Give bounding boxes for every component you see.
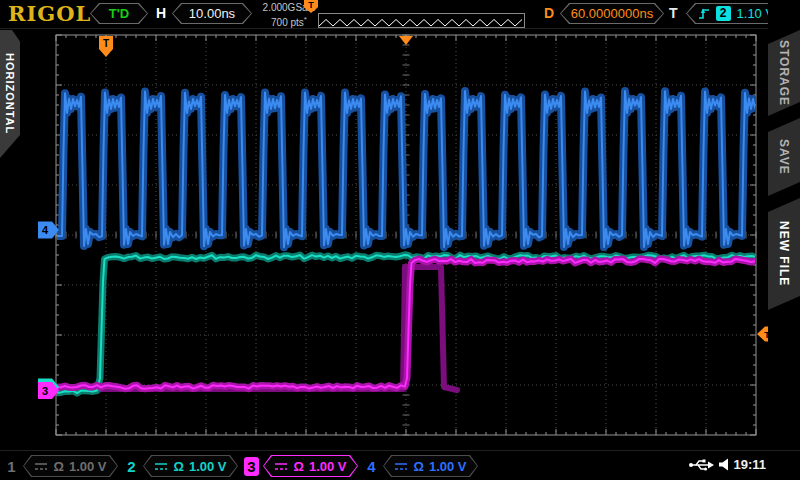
channel-1-badge[interactable]: Ω 1.00 V: [23, 455, 118, 477]
channel-2-badge[interactable]: Ω 1.00 V: [143, 455, 238, 477]
rigol-logo: RIGOL: [8, 1, 91, 26]
svg-text:T: T: [103, 38, 109, 49]
menu-tab-new-file[interactable]: NEW FILE: [768, 198, 800, 310]
channel-1-scale: 1.00 V: [69, 459, 107, 474]
channel-4-scale: 1.00 V: [429, 459, 467, 474]
clock: 19:11: [733, 457, 766, 472]
channel-4-impedance: Ω: [413, 459, 423, 474]
channel-1-impedance: Ω: [53, 459, 63, 474]
trigger-status-badge[interactable]: T'D: [90, 3, 148, 24]
delay-label: D: [544, 5, 554, 21]
memory-depth-flag: *: [304, 15, 307, 24]
timebase-value: 10.00ns: [189, 6, 235, 21]
channel-4-number[interactable]: 4: [364, 458, 379, 475]
channel-3-group: 3 Ω 1.00 V: [244, 454, 358, 478]
memory-position-bar[interactable]: [318, 13, 525, 28]
speaker-icon: [718, 458, 729, 471]
delay-badge[interactable]: 60.0000000ns: [560, 3, 664, 24]
oscilloscope-screen: { "top_bar": { "logo": "RIGOL", "trigger…: [0, 0, 800, 480]
channel-4-group: 4 Ω 1.00 V: [364, 454, 478, 478]
memory-depth: 700 pts: [271, 17, 304, 28]
menu-tab-save[interactable]: SAVE: [768, 118, 800, 196]
channel-3-impedance: Ω: [293, 459, 303, 474]
channel-3-badge[interactable]: Ω 1.00 V: [263, 455, 358, 477]
horizontal-label: H: [156, 5, 166, 21]
dc-coupling-icon: [274, 462, 288, 471]
top-status-bar: RIGOL T'D H 10.00ns 2.000GSa/s 700 pts* …: [0, 0, 800, 29]
channel-1-number[interactable]: 1: [4, 458, 19, 475]
channel-3-scale: 1.00 V: [309, 459, 347, 474]
trigger-label: T: [669, 5, 678, 21]
channel-2-scale: 1.00 V: [189, 459, 227, 474]
memory-waveform-icon: [319, 17, 522, 28]
svg-text:4: 4: [42, 224, 49, 236]
channel-2-number[interactable]: 2: [124, 458, 139, 475]
channel-3-number[interactable]: 3: [244, 457, 259, 476]
delay-value: 60.0000000ns: [571, 6, 653, 21]
channel-4-badge[interactable]: Ω 1.00 V: [383, 455, 478, 477]
dc-coupling-icon: [394, 462, 408, 471]
channel-2-group: 2 Ω 1.00 V: [124, 454, 238, 478]
right-menu: STORAGE SAVE NEW FILE: [768, 0, 800, 480]
channel-status-bar: 1 Ω 1.00 V 2 Ω 1.00 V 3 Ω 1.00 V: [0, 450, 800, 480]
svg-text:3: 3: [42, 385, 48, 397]
channel-2-impedance: Ω: [173, 459, 183, 474]
trigger-source-channel: 2: [716, 6, 731, 21]
channel-1-group: 1 Ω 1.00 V: [4, 454, 118, 478]
status-icons: 19:11: [688, 457, 766, 472]
menu-tab-storage[interactable]: STORAGE: [768, 30, 800, 116]
timebase-badge[interactable]: 10.00ns: [172, 3, 252, 24]
trigger-status-text: T'D: [109, 6, 129, 21]
dc-coupling-icon: [34, 462, 48, 471]
dc-coupling-icon: [154, 462, 168, 471]
usb-icon: [688, 458, 714, 472]
rising-edge-icon: [698, 6, 710, 21]
waveform-display: TT423: [0, 0, 800, 480]
